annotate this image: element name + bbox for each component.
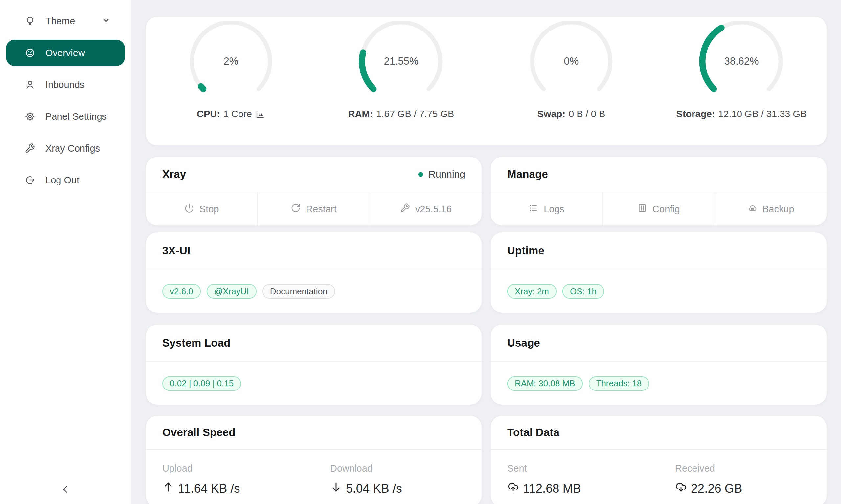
received-metric: Received 22.26 GB (659, 450, 826, 496)
card-title: Overall Speed (162, 426, 236, 439)
sidebar-item-overview[interactable]: Overview (6, 40, 125, 66)
main-content: 2% CPU:1 Core 21.55% RAM:1.67 GB / 7.75 … (145, 0, 827, 504)
gear-icon (24, 111, 35, 122)
logout-icon (24, 175, 35, 186)
backup-button[interactable]: Backup (715, 192, 826, 226)
xray-version-button[interactable]: v25.5.16 (370, 192, 482, 226)
reload-icon (291, 203, 301, 215)
cloud-upload-icon (507, 481, 519, 496)
gauge-percent: 0% (529, 21, 614, 102)
chevron-left-icon (60, 483, 71, 497)
uptime-card: Uptime Xray: 2m OS: 1h (491, 232, 827, 313)
load-average-tag: 0.02 | 0.09 | 0.15 (162, 376, 241, 391)
gauge-percent: 38.62% (699, 21, 784, 102)
metric-value: 112.68 MB (507, 481, 659, 496)
xray-uptime-tag: Xray: 2m (507, 284, 556, 299)
sidebar-item-xray-configs[interactable]: Xray Configs (6, 135, 125, 161)
xrayui-tag[interactable]: @XrayUI (207, 284, 257, 299)
sidebar-item-label: Xray Configs (45, 143, 100, 154)
download-metric: Download 5.04 KB /s (314, 450, 482, 496)
sidebar-item-label: Theme (45, 16, 75, 26)
arrow-down-icon (330, 481, 342, 496)
total-data-card: Total Data Sent 112.68 MB Received 22.26… (491, 415, 827, 504)
power-icon (184, 203, 194, 215)
metric-value: 5.04 KB /s (330, 481, 482, 496)
cloud-download-icon (675, 481, 687, 496)
xray-status: Running (418, 169, 465, 180)
list-icon (529, 203, 538, 215)
xui-card: 3X-UI v2.6.0 @XrayUI Documentation (145, 232, 482, 313)
metric-label: Sent (507, 463, 659, 474)
manage-card: Manage Logs Config Backup (491, 157, 827, 226)
sent-metric: Sent 112.68 MB (491, 450, 659, 496)
chevron-down-icon (102, 16, 110, 26)
metric-value: 11.64 KB /s (162, 481, 314, 496)
restart-button[interactable]: Restart (257, 192, 369, 226)
user-icon (24, 79, 35, 90)
system-load-card: System Load 0.02 | 0.09 | 0.15 (145, 324, 482, 405)
gauge-percent: 2% (188, 21, 274, 102)
version-tag[interactable]: v2.6.0 (162, 284, 201, 299)
sidebar-item-label: Inbounds (45, 79, 84, 90)
card-title: Total Data (507, 426, 560, 439)
card-title: Usage (507, 337, 540, 349)
metric-label: Download (330, 463, 482, 474)
metric-label: Upload (162, 463, 314, 474)
wrench-icon (400, 203, 410, 215)
gauge-label: Swap:0 B / 0 B (537, 109, 605, 120)
config-button[interactable]: Config (602, 192, 714, 226)
area-chart-icon[interactable] (255, 109, 265, 119)
gauge-storage: 38.62% Storage:12.10 GB / 31.33 GB (656, 17, 826, 120)
wrench-icon (24, 143, 35, 154)
card-title: Manage (507, 168, 548, 180)
ram-usage-tag: RAM: 30.08 MB (507, 376, 583, 391)
card-title: System Load (162, 337, 230, 349)
threads-tag: Threads: 18 (589, 376, 650, 391)
sidebar-item-label: Panel Settings (45, 111, 107, 122)
documentation-tag[interactable]: Documentation (262, 284, 335, 299)
sidebar-item-panel-settings[interactable]: Panel Settings (6, 103, 125, 130)
sidebar-item-inbounds[interactable]: Inbounds (6, 72, 125, 98)
gauge-label: RAM:1.67 GB / 7.75 GB (348, 109, 454, 120)
os-uptime-tag: OS: 1h (562, 284, 604, 299)
status-label: Running (428, 169, 465, 180)
metric-label: Received (675, 463, 826, 474)
gauge-ram: 21.55% RAM:1.67 GB / 7.75 GB (316, 17, 486, 120)
gauge-label: Storage:12.10 GB / 31.33 GB (676, 109, 807, 120)
card-title: Uptime (507, 245, 544, 257)
lightbulb-icon (24, 15, 35, 26)
sidebar-item-theme[interactable]: Theme (6, 8, 125, 34)
status-dot (418, 172, 423, 177)
gauge-percent: 21.55% (358, 21, 444, 102)
card-title: 3X-UI (162, 245, 190, 257)
sidebar-item-label: Overview (45, 48, 85, 58)
gauge-swap: 0% Swap:0 B / 0 B (486, 17, 656, 120)
gauge-label: CPU:1 Core (197, 109, 265, 120)
system-gauges-card: 2% CPU:1 Core 21.55% RAM:1.67 GB / 7.75 … (145, 16, 827, 146)
arrow-up-icon (162, 481, 174, 496)
sidebar: Theme Overview Inbounds Panel Settings (0, 0, 131, 504)
sliders-icon (637, 203, 647, 215)
card-title: Xray (162, 168, 186, 180)
upload-metric: Upload 11.64 KB /s (146, 450, 314, 496)
sidebar-item-label: Log Out (45, 175, 79, 186)
cloud-server-icon (748, 203, 757, 215)
stop-button[interactable]: Stop (146, 192, 257, 226)
sidebar-collapse-button[interactable] (0, 483, 131, 497)
logs-button[interactable]: Logs (491, 192, 602, 226)
metric-value: 22.26 GB (675, 481, 826, 496)
sidebar-item-log-out[interactable]: Log Out (6, 167, 125, 193)
usage-card: Usage RAM: 30.08 MB Threads: 18 (491, 324, 827, 405)
overall-speed-card: Overall Speed Upload 11.64 KB /s Downloa… (145, 415, 482, 504)
gauge-cpu: 2% CPU:1 Core (146, 17, 316, 120)
dashboard-icon (24, 47, 35, 58)
xray-card: Xray Running Stop Restart v25.5. (145, 157, 482, 226)
